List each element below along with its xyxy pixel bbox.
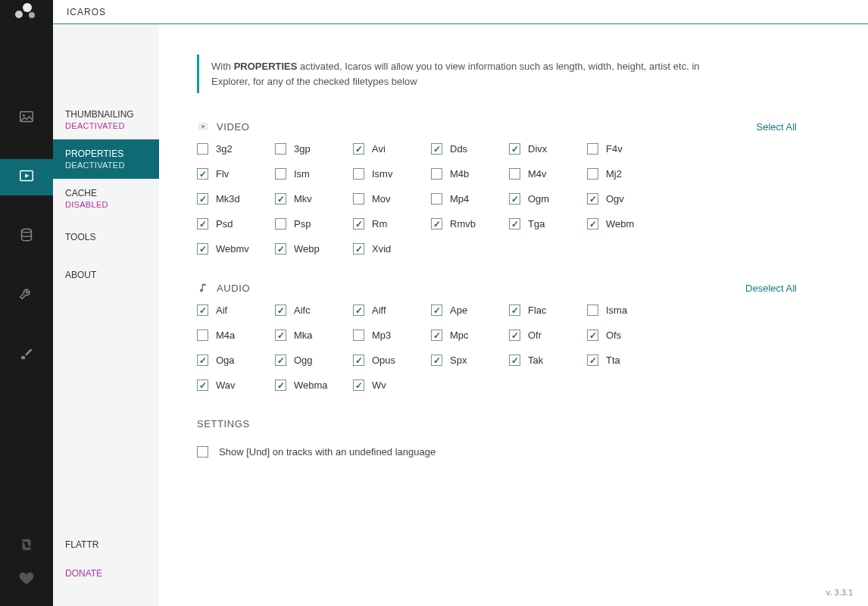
rail-properties[interactable] [0,159,53,195]
video-filetype-avi[interactable]: Avi [353,143,425,155]
sidebar-flattr[interactable]: FLATTR [53,530,159,559]
checkbox[interactable] [275,355,286,366]
maximize-button[interactable] [823,0,845,24]
checkbox[interactable] [197,218,208,230]
checkbox[interactable] [275,168,286,180]
checkbox[interactable] [431,305,442,316]
rail-flattr[interactable] [18,536,35,556]
sidebar-item-about[interactable]: ABOUT [53,256,159,294]
audio-filetype-ofs[interactable]: Ofs [587,330,659,341]
video-filetype-ogv[interactable]: Ogv [587,193,659,205]
video-filetype-xvid[interactable]: Xvid [353,243,425,255]
checkbox[interactable] [353,243,364,255]
checkbox[interactable] [275,305,286,316]
setting-und-checkbox[interactable] [197,446,208,458]
checkbox[interactable] [275,380,286,391]
audio-filetype-ape[interactable]: Ape [431,305,503,316]
checkbox[interactable] [587,168,598,180]
audio-filetype-aif[interactable]: Aif [197,305,269,316]
checkbox[interactable] [431,193,442,205]
video-filetype-mp4[interactable]: Mp4 [431,193,503,205]
video-filetype-webp[interactable]: Webp [275,243,347,255]
audio-filetype-wv[interactable]: Wv [353,380,425,391]
video-filetype-tga[interactable]: Tga [509,218,581,230]
setting-und[interactable]: Show [Und] on tracks with an undefined l… [197,446,830,458]
sidebar-item-properties[interactable]: PROPERTIESDEACTIVATED [53,139,159,179]
video-filetype-divx[interactable]: Divx [509,143,581,155]
audio-filetype-mka[interactable]: Mka [275,330,347,341]
audio-filetype-flac[interactable]: Flac [509,305,581,316]
checkbox[interactable] [197,193,208,205]
checkbox[interactable] [587,193,598,205]
checkbox[interactable] [353,218,364,230]
audio-filetype-aifc[interactable]: Aifc [275,305,347,316]
checkbox[interactable] [353,330,364,341]
video-filetype-webmv[interactable]: Webmv [197,243,269,255]
checkbox[interactable] [509,330,520,341]
video-filetype-rmvb[interactable]: Rmvb [431,218,503,230]
video-filetype-mov[interactable]: Mov [353,193,425,205]
checkbox[interactable] [275,218,286,230]
checkbox[interactable] [197,305,208,316]
audio-filetype-mp3[interactable]: Mp3 [353,330,425,341]
checkbox[interactable] [275,243,286,255]
checkbox[interactable] [197,168,208,180]
video-filetype-psp[interactable]: Psp [275,218,347,230]
audio-filetype-ogg[interactable]: Ogg [275,355,347,366]
video-filetype-f4v[interactable]: F4v [587,143,659,155]
video-filetype-rm[interactable]: Rm [353,218,425,230]
checkbox[interactable] [353,305,364,316]
checkbox[interactable] [353,143,364,155]
checkbox[interactable] [275,330,286,341]
audio-filetype-isma[interactable]: Isma [587,305,659,316]
checkbox[interactable] [353,193,364,205]
checkbox[interactable] [587,218,598,230]
audio-filetype-tak[interactable]: Tak [509,355,581,366]
checkbox[interactable] [509,305,520,316]
checkbox[interactable] [353,168,364,180]
checkbox[interactable] [197,243,208,255]
rail-thumbnailing[interactable] [0,100,53,136]
checkbox[interactable] [587,330,598,341]
checkbox[interactable] [197,143,208,155]
checkbox[interactable] [431,218,442,230]
audio-filetype-spx[interactable]: Spx [431,355,503,366]
video-filetype-3gp[interactable]: 3gp [275,143,347,155]
audio-filetype-m4a[interactable]: M4a [197,330,269,341]
checkbox[interactable] [353,355,364,366]
checkbox[interactable] [197,355,208,366]
audio-filetype-mpc[interactable]: Mpc [431,330,503,341]
sidebar-item-cache[interactable]: CACHEDISABLED [53,179,159,218]
audio-deselect-all[interactable]: Deselect All [745,283,797,294]
checkbox[interactable] [197,380,208,391]
video-filetype-mkv[interactable]: Mkv [275,193,347,205]
audio-filetype-ofr[interactable]: Ofr [509,330,581,341]
sidebar-item-tools[interactable]: TOOLS [53,218,159,256]
video-select-all[interactable]: Select All [757,121,797,133]
rail-donate[interactable] [18,570,35,589]
rail-tools[interactable] [0,277,53,314]
checkbox[interactable] [587,305,598,316]
audio-filetype-opus[interactable]: Opus [353,355,425,366]
video-filetype-3g2[interactable]: 3g2 [197,143,269,155]
checkbox[interactable] [509,355,520,366]
video-filetype-ogm[interactable]: Ogm [509,193,581,205]
video-filetype-dds[interactable]: Dds [431,143,503,155]
video-filetype-ismv[interactable]: Ismv [353,168,425,180]
checkbox[interactable] [275,193,286,205]
checkbox[interactable] [509,193,520,205]
settings-gear-button[interactable] [777,0,800,24]
video-filetype-flv[interactable]: Flv [197,168,269,180]
video-filetype-mj2[interactable]: Mj2 [587,168,659,180]
video-filetype-ism[interactable]: Ism [275,168,347,180]
video-filetype-psd[interactable]: Psd [197,218,269,230]
minimize-button[interactable] [800,0,823,24]
audio-filetype-tta[interactable]: Tta [587,355,659,366]
rail-about[interactable] [0,336,53,373]
rail-cache[interactable] [0,218,53,255]
checkbox[interactable] [431,168,442,180]
close-button[interactable] [845,0,868,24]
audio-filetype-aiff[interactable]: Aiff [353,305,425,316]
checkbox[interactable] [431,355,442,366]
checkbox[interactable] [353,380,364,391]
